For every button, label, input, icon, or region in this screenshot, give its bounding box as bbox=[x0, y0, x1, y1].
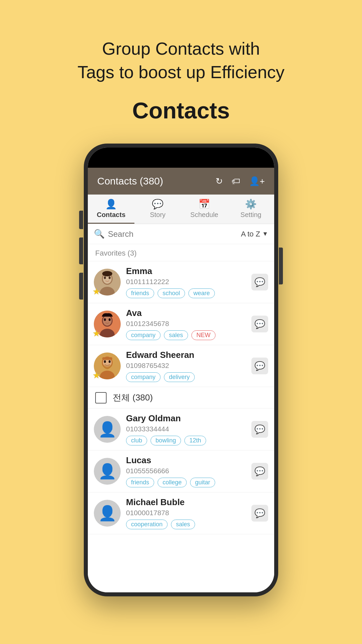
svg-rect-19 bbox=[102, 357, 112, 360]
story-tab-icon: 💬 bbox=[152, 199, 164, 210]
contact-phone: 01033334444 bbox=[126, 425, 246, 433]
message-button-michael[interactable]: 💬 bbox=[251, 505, 268, 522]
message-icon: 💬 bbox=[254, 277, 265, 287]
volume-down-button bbox=[79, 237, 83, 264]
phone-screen: Contacts (380) ↻ 🏷 👤+ 👤 Contacts 💬 Story… bbox=[88, 148, 274, 592]
tab-setting[interactable]: ⚙️ Setting bbox=[228, 195, 274, 224]
all-section-header: 전체 (380) bbox=[88, 387, 274, 409]
all-section-label: 전체 (380) bbox=[113, 392, 153, 404]
phone-frame: Contacts (380) ↻ 🏷 👤+ 👤 Contacts 💬 Story… bbox=[84, 144, 278, 596]
contacts-tab-label: Contacts bbox=[97, 211, 126, 219]
select-all-checkbox[interactable] bbox=[95, 392, 107, 404]
tab-contacts[interactable]: 👤 Contacts bbox=[88, 195, 134, 224]
contact-tags: cooperation sales bbox=[126, 520, 246, 529]
sort-dropdown[interactable]: A to Z ▼ bbox=[241, 230, 268, 238]
search-input[interactable] bbox=[108, 229, 238, 239]
tag: friends bbox=[126, 478, 154, 487]
camera-notch bbox=[151, 153, 211, 163]
favorite-star-emma: ★ bbox=[93, 286, 100, 297]
contact-phone: 01011112222 bbox=[126, 278, 246, 286]
message-icon: 💬 bbox=[254, 466, 265, 477]
message-icon: 💬 bbox=[254, 319, 265, 329]
tag: college bbox=[158, 478, 187, 487]
contact-info-gary: Gary Oldman 01033334444 club bowling 12t… bbox=[126, 413, 246, 445]
setting-tab-label: Setting bbox=[240, 211, 261, 219]
contact-info-edward: Edward Sheeran 01098765432 company deliv… bbox=[126, 350, 246, 382]
list-item[interactable]: 👤 Michael Buble 01000017878 cooperation … bbox=[88, 492, 274, 534]
tag-icon[interactable]: 🏷 bbox=[232, 176, 240, 186]
favorites-section-header: Favorites (3) bbox=[88, 244, 274, 261]
tag: school bbox=[158, 288, 185, 298]
refresh-icon[interactable]: ↻ bbox=[216, 176, 223, 186]
search-bar: 🔍 A to Z ▼ bbox=[88, 224, 274, 244]
tag: club bbox=[126, 436, 147, 445]
contact-phone: 01098765432 bbox=[126, 362, 246, 370]
contact-list: Favorites (3) bbox=[88, 244, 274, 592]
svg-point-10 bbox=[103, 316, 112, 326]
story-tab-label: Story bbox=[150, 211, 166, 219]
contact-info-ava: Ava 01012345678 company sales NEW bbox=[126, 308, 246, 340]
app-header-title: Contacts (380) bbox=[97, 175, 216, 187]
tag: company bbox=[126, 330, 161, 340]
svg-point-11 bbox=[104, 318, 106, 321]
avatar: 👤 bbox=[94, 416, 121, 443]
message-button-edward[interactable]: 💬 bbox=[251, 358, 268, 374]
contact-name: Michael Buble bbox=[126, 497, 246, 507]
contact-tags: friends college guitar bbox=[126, 478, 246, 487]
svg-point-17 bbox=[104, 360, 106, 363]
svg-point-4 bbox=[104, 276, 106, 279]
volume-up-button bbox=[79, 211, 83, 229]
contact-tags: company sales NEW bbox=[126, 330, 246, 340]
tag: guitar bbox=[190, 478, 215, 487]
contact-info-emma: Emma 01011112222 friends school weare bbox=[126, 266, 246, 298]
message-button-ava[interactable]: 💬 bbox=[251, 316, 268, 332]
mute-button bbox=[79, 273, 83, 300]
person-icon: 👤 bbox=[98, 504, 117, 522]
tab-bar: 👤 Contacts 💬 Story 📅 Schedule ⚙️ Setting bbox=[88, 195, 274, 224]
tab-schedule[interactable]: 📅 Schedule bbox=[181, 195, 228, 224]
tag: bowling bbox=[150, 436, 181, 445]
sort-chevron-icon: ▼ bbox=[262, 230, 268, 237]
favorite-star-ava: ★ bbox=[93, 328, 100, 339]
avatar-placeholder-michael: 👤 bbox=[94, 500, 121, 527]
tag: delivery bbox=[164, 372, 195, 382]
contact-tags: company delivery bbox=[126, 372, 246, 382]
contact-info-lucas: Lucas 01055556666 friends college guitar bbox=[126, 455, 246, 487]
list-item[interactable]: ★ Emma 01011112222 friends school weare … bbox=[88, 261, 274, 303]
contact-tags: friends school weare bbox=[126, 288, 246, 298]
schedule-tab-icon: 📅 bbox=[198, 199, 210, 210]
page-headline: Group Contacts with Tags to boost up Eff… bbox=[57, 37, 305, 84]
add-contact-icon[interactable]: 👤+ bbox=[249, 176, 265, 186]
list-item[interactable]: 👤 Gary Oldman 01033334444 club bowling 1… bbox=[88, 409, 274, 450]
tag: weare bbox=[188, 288, 215, 298]
search-icon: 🔍 bbox=[94, 229, 105, 239]
list-item[interactable]: 👤 Lucas 01055556666 friends college guit… bbox=[88, 450, 274, 492]
message-button-emma[interactable]: 💬 bbox=[251, 274, 268, 290]
person-icon: 👤 bbox=[98, 463, 117, 480]
list-item[interactable]: ★ Ava 01012345678 company sales NEW 💬 bbox=[88, 303, 274, 345]
tag: sales bbox=[164, 330, 188, 340]
setting-tab-icon: ⚙️ bbox=[245, 199, 257, 210]
avatar-placeholder-gary: 👤 bbox=[94, 416, 121, 443]
header-icons: ↻ 🏷 👤+ bbox=[216, 176, 265, 186]
contact-phone: 01055556666 bbox=[126, 467, 246, 475]
contact-phone: 01012345678 bbox=[126, 320, 246, 328]
avatar: 👤 bbox=[94, 458, 121, 485]
contact-name: Gary Oldman bbox=[126, 413, 246, 424]
tab-story[interactable]: 💬 Story bbox=[134, 195, 181, 224]
message-button-gary[interactable]: 💬 bbox=[251, 421, 268, 438]
tag: cooperation bbox=[126, 520, 168, 529]
page-subtitle: Contacts bbox=[132, 97, 230, 123]
contact-name: Ava bbox=[126, 308, 246, 318]
schedule-tab-label: Schedule bbox=[190, 211, 218, 219]
avatar-placeholder-lucas: 👤 bbox=[94, 458, 121, 485]
tag: 12th bbox=[184, 436, 206, 445]
message-button-lucas[interactable]: 💬 bbox=[251, 463, 268, 480]
status-bar bbox=[88, 148, 274, 168]
svg-point-18 bbox=[109, 360, 111, 363]
sort-label: A to Z bbox=[241, 230, 260, 238]
list-item[interactable]: ★ Edward Sheeran 01098765432 company del… bbox=[88, 345, 274, 387]
message-icon: 💬 bbox=[254, 508, 265, 519]
tag: sales bbox=[171, 520, 195, 529]
svg-point-12 bbox=[109, 318, 111, 321]
